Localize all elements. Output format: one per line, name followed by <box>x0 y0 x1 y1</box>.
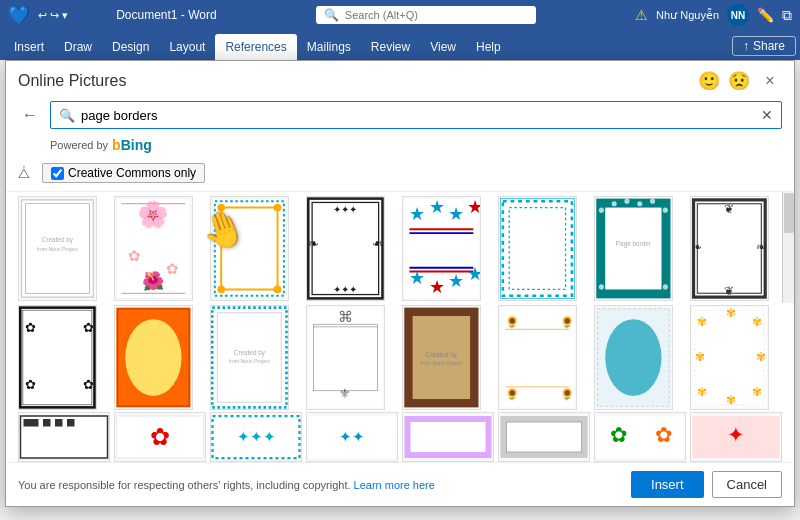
svg-text:✾: ✾ <box>752 316 762 328</box>
image-item[interactable]: ⌘ ⚜ <box>306 305 385 410</box>
image-item[interactable] <box>114 305 193 410</box>
frame-svg: ★ ★ ★ ★ ★ ★ ★ ★ <box>403 197 480 300</box>
footer-text: You are responsible for respecting other… <box>18 479 435 491</box>
image-item[interactable]: Created by from Noun Project <box>18 196 97 301</box>
svg-rect-102 <box>24 419 39 427</box>
image-item[interactable]: Created by from Noun Project <box>210 305 289 410</box>
svg-text:✾: ✾ <box>695 351 705 363</box>
close-button[interactable]: × <box>758 69 782 93</box>
image-item[interactable]: ❦ ❧ ❧ ❦ <box>690 196 769 301</box>
image-item[interactable]: ✾ ✾ ✾ ✾ ✾ ✾ ✾ ✾ <box>690 305 769 410</box>
image-item[interactable] <box>18 412 110 462</box>
image-item[interactable] <box>594 305 673 410</box>
svg-point-48 <box>599 284 604 289</box>
tab-help[interactable]: Help <box>466 34 511 60</box>
image-item[interactable] <box>210 196 289 301</box>
image-item[interactable]: 🌸 ✿ ✿ 🌺 <box>114 196 193 301</box>
tab-insert[interactable]: Insert <box>4 34 54 60</box>
svg-text:✾: ✾ <box>726 394 736 406</box>
tab-mailings[interactable]: Mailings <box>297 34 361 60</box>
image-item[interactable]: ✿ ✿ <box>594 412 686 462</box>
image-grid-row2: ✿ ✿ ✿ ✿ Created by from Noun Project <box>6 303 794 412</box>
filter-bar: ⧊ Creative Commons only <box>6 159 794 192</box>
svg-text:★: ★ <box>409 204 425 224</box>
scrollbar[interactable] <box>782 192 794 303</box>
svg-text:✦✦: ✦✦ <box>339 428 365 445</box>
image-item[interactable]: ✦✦✦ <box>210 412 302 462</box>
image-item[interactable] <box>498 196 577 301</box>
dialog-titlebar: Online Pictures 🙂 😟 × <box>6 61 794 93</box>
svg-text:❧: ❧ <box>692 241 702 253</box>
title-search-input[interactable] <box>345 9 465 21</box>
svg-text:from Noun Project: from Noun Project <box>37 246 79 252</box>
image-item[interactable]: ✦ <box>690 412 782 462</box>
frame-svg: ✾ ✾ ✾ ✾ ✾ ✾ ✾ ✾ <box>691 306 768 409</box>
warning-icon: ⚠ <box>635 7 648 23</box>
svg-text:❧: ❧ <box>372 237 383 252</box>
svg-text:★: ★ <box>429 197 445 217</box>
svg-point-49 <box>663 284 668 289</box>
online-pictures-dialog: Online Pictures 🙂 😟 × ← 🔍 ✕ 🤚 Powered by… <box>5 60 795 507</box>
smiley-happy-icon[interactable]: 🙂 <box>698 70 720 92</box>
svg-text:🌺: 🌺 <box>142 270 165 292</box>
tab-review[interactable]: Review <box>361 34 420 60</box>
title-bar: 💙 ↩ ↪ ▾ Document1 - Word 🔍 ⚠ Như Nguyễn … <box>0 0 800 30</box>
tab-view[interactable]: View <box>420 34 466 60</box>
svg-point-89 <box>605 319 661 396</box>
filter-icon[interactable]: ⧊ <box>18 165 30 182</box>
svg-point-65 <box>125 319 181 396</box>
svg-point-44 <box>624 199 629 204</box>
svg-point-43 <box>612 201 617 206</box>
tab-references[interactable]: References <box>215 34 296 60</box>
creative-commons-checkbox[interactable] <box>51 167 64 180</box>
quick-access: ↩ ↪ ▾ <box>38 9 68 22</box>
pen-icon[interactable]: ✏️ <box>757 7 774 23</box>
svg-text:⚜: ⚜ <box>339 386 351 401</box>
window-icon[interactable]: ⧉ <box>782 7 792 24</box>
avatar: NN <box>727 4 749 26</box>
smiley-sad-icon[interactable]: 😟 <box>728 70 750 92</box>
insert-button[interactable]: Insert <box>631 471 704 498</box>
frame-svg: ✿ ✿ ✿ ✿ <box>19 306 96 409</box>
image-item[interactable]: Created by from Noun Project <box>402 305 481 410</box>
image-item[interactable] <box>498 412 590 462</box>
image-item[interactable]: ★ ★ ★ ★ ★ ★ ★ ★ <box>402 196 481 301</box>
dialog-title-icons: 🙂 😟 × <box>698 69 782 93</box>
image-item[interactable]: ✦✦ <box>306 412 398 462</box>
svg-text:🌻: 🌻 <box>505 387 520 401</box>
creative-commons-filter[interactable]: Creative Commons only <box>42 163 205 183</box>
svg-text:❦: ❦ <box>724 203 734 215</box>
footer-buttons: Insert Cancel <box>631 471 782 498</box>
svg-text:🌻: 🌻 <box>560 315 575 329</box>
svg-text:✦: ✦ <box>727 423 745 446</box>
clear-search-button[interactable]: ✕ <box>761 107 773 123</box>
tab-design[interactable]: Design <box>102 34 159 60</box>
share-button[interactable]: ↑ Share <box>732 36 796 56</box>
image-item[interactable]: ✿ <box>114 412 206 462</box>
powered-by: Powered by bBing <box>6 137 794 159</box>
image-item[interactable]: ✦✦✦ ❧ ❧ ✦✦✦ <box>306 196 385 301</box>
svg-text:✿: ✿ <box>83 320 94 335</box>
image-item[interactable]: ✿ ✿ ✿ ✿ <box>18 305 97 410</box>
cancel-button[interactable]: Cancel <box>712 471 782 498</box>
image-item[interactable]: 🌻 🌻 🌻 🌻 <box>498 305 577 410</box>
svg-text:✿: ✿ <box>166 260 179 277</box>
tab-layout[interactable]: Layout <box>159 34 215 60</box>
scrollbar-thumb[interactable] <box>784 193 794 233</box>
image-item[interactable] <box>402 412 494 462</box>
svg-rect-105 <box>67 419 75 427</box>
search-input[interactable] <box>81 108 755 123</box>
svg-point-47 <box>663 208 668 213</box>
svg-text:★: ★ <box>467 197 480 217</box>
search-bar[interactable]: 🔍 <box>316 6 536 24</box>
frame-svg: ⌘ ⚜ <box>307 306 384 409</box>
powered-by-text: Powered by <box>50 139 108 151</box>
svg-text:🌻: 🌻 <box>505 315 520 329</box>
learn-more-link[interactable]: Learn more here <box>354 479 435 491</box>
svg-text:❦: ❦ <box>724 285 734 297</box>
back-button[interactable]: ← <box>18 106 42 124</box>
tab-draw[interactable]: Draw <box>54 34 102 60</box>
image-item[interactable]: Page border <box>594 196 673 301</box>
frame-svg: ✿ <box>115 412 205 462</box>
svg-point-46 <box>650 199 655 204</box>
